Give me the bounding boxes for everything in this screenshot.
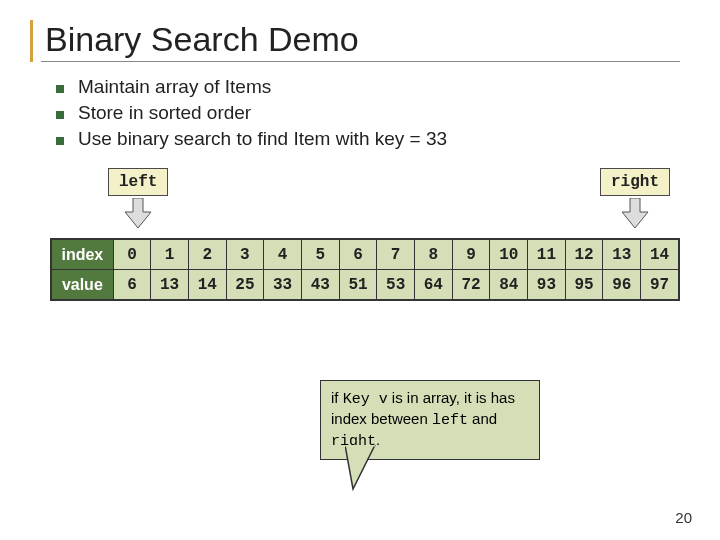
svg-marker-0 [125,198,151,228]
index-cell: 8 [415,240,453,270]
value-cell: 72 [452,270,490,300]
right-marker-label: right [600,168,670,196]
value-cell: 97 [641,270,679,300]
value-cell: 25 [226,270,264,300]
callout-code: left [432,412,468,429]
value-cell: 84 [490,270,528,300]
value-cell: 43 [301,270,339,300]
value-cell: 95 [565,270,603,300]
value-cell: 14 [188,270,226,300]
index-cell: 13 [603,240,641,270]
value-cell: 53 [377,270,415,300]
bullet-text: Maintain array of Items [78,76,271,98]
value-cell: 96 [603,270,641,300]
array-table: index 0 1 2 3 4 5 6 7 8 9 10 11 12 13 14… [50,238,680,301]
bullet-list: Maintain array of Items Store in sorted … [56,76,680,150]
index-cell: 9 [452,240,490,270]
svg-marker-1 [622,198,648,228]
list-item: Store in sorted order [56,102,680,124]
bullet-icon [56,137,64,145]
list-item: Maintain array of Items [56,76,680,98]
index-cell: 11 [528,240,566,270]
value-cell: 64 [415,270,453,300]
index-row: index 0 1 2 3 4 5 6 7 8 9 10 11 12 13 14 [52,240,679,270]
svg-marker-2 [345,445,375,489]
slide: Binary Search Demo Maintain array of Ite… [0,0,720,540]
index-cell: 3 [226,240,264,270]
callout-text: and [468,410,497,427]
value-cell: 6 [113,270,151,300]
left-marker: left [108,168,168,228]
index-cell: 6 [339,240,377,270]
value-row: value 6 13 14 25 33 43 51 53 64 72 84 93… [52,270,679,300]
value-cell: 93 [528,270,566,300]
bullet-icon [56,85,64,93]
index-cell: 5 [301,240,339,270]
pointer-markers: left right [50,168,680,238]
index-cell: 14 [641,240,679,270]
value-cell: 51 [339,270,377,300]
index-cell: 12 [565,240,603,270]
index-cell: 1 [151,240,189,270]
index-cell: 4 [264,240,302,270]
value-cell: 33 [264,270,302,300]
index-cell: 7 [377,240,415,270]
index-cell: 2 [188,240,226,270]
left-marker-label: left [108,168,168,196]
bullet-text: Use binary search to find Item with key … [78,128,447,150]
callout-text: if [331,389,343,406]
bullet-text: Store in sorted order [78,102,251,124]
callout-code: Key v [343,391,388,408]
index-cell: 10 [490,240,528,270]
page-number: 20 [675,509,692,526]
value-row-label: value [52,270,114,300]
speech-tail-icon [345,445,395,491]
index-row-label: index [52,240,114,270]
arrow-down-icon [620,198,650,228]
title-container: Binary Search Demo [30,20,680,62]
right-marker: right [600,168,670,228]
index-cell: 0 [113,240,151,270]
list-item: Use binary search to find Item with key … [56,128,680,150]
slide-title: Binary Search Demo [41,20,680,62]
arrow-down-icon [123,198,153,228]
bullet-icon [56,111,64,119]
value-cell: 13 [151,270,189,300]
